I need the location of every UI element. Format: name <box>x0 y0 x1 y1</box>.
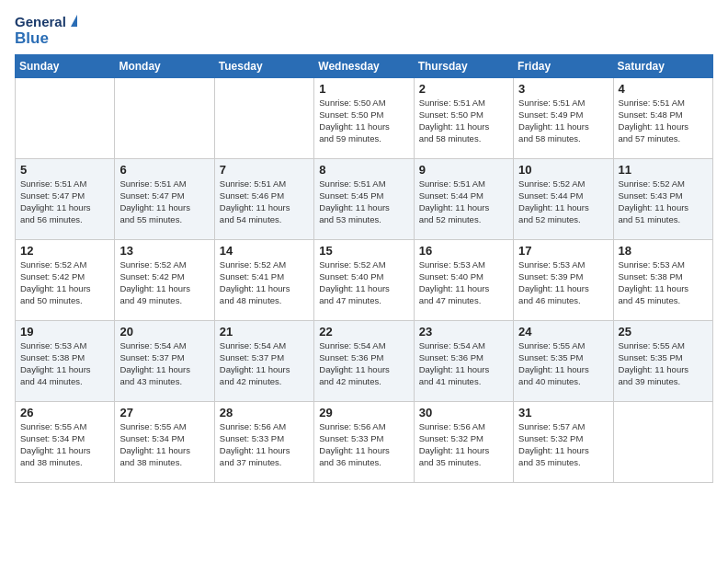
day-number: 26 <box>20 406 109 419</box>
calendar-week-2: 5Sunrise: 5:51 AM Sunset: 5:47 PM Daylig… <box>16 159 713 240</box>
weekday-header-friday: Friday <box>514 55 613 78</box>
calendar-cell: 4Sunrise: 5:51 AM Sunset: 5:48 PM Daylig… <box>613 78 712 159</box>
weekday-header-sunday: Sunday <box>16 55 115 78</box>
day-number: 2 <box>419 82 508 96</box>
calendar-cell: 11Sunrise: 5:52 AM Sunset: 5:43 PM Dayli… <box>613 159 712 240</box>
calendar-cell: 26Sunrise: 5:55 AM Sunset: 5:34 PM Dayli… <box>16 402 115 483</box>
calendar-cell: 9Sunrise: 5:51 AM Sunset: 5:44 PM Daylig… <box>414 159 513 240</box>
weekday-header-wednesday: Wednesday <box>314 55 414 78</box>
cell-info: Sunrise: 5:51 AM Sunset: 5:49 PM Dayligh… <box>518 98 608 144</box>
calendar-week-3: 12Sunrise: 5:52 AM Sunset: 5:42 PM Dayli… <box>16 240 713 321</box>
calendar-cell: 31Sunrise: 5:57 AM Sunset: 5:32 PM Dayli… <box>514 402 613 483</box>
cell-info: Sunrise: 5:55 AM Sunset: 5:34 PM Dayligh… <box>119 421 209 468</box>
cell-info: Sunrise: 5:53 AM Sunset: 5:38 PM Dayligh… <box>20 340 109 387</box>
calendar-cell: 5Sunrise: 5:51 AM Sunset: 5:47 PM Daylig… <box>16 159 115 240</box>
cell-info: Sunrise: 5:52 AM Sunset: 5:42 PM Dayligh… <box>20 259 109 306</box>
logo-blue: Blue <box>15 30 77 48</box>
calendar-cell: 24Sunrise: 5:55 AM Sunset: 5:35 PM Dayli… <box>514 321 613 402</box>
cell-info: Sunrise: 5:55 AM Sunset: 5:35 PM Dayligh… <box>518 340 608 387</box>
cell-info: Sunrise: 5:54 AM Sunset: 5:36 PM Dayligh… <box>319 340 408 387</box>
cell-info: Sunrise: 5:51 AM Sunset: 5:47 PM Dayligh… <box>20 178 109 225</box>
day-number: 13 <box>119 244 209 258</box>
day-number: 8 <box>319 163 408 177</box>
day-number: 5 <box>20 163 109 177</box>
calendar-cell: 22Sunrise: 5:54 AM Sunset: 5:36 PM Dayli… <box>314 321 414 402</box>
day-number: 11 <box>619 163 708 177</box>
cell-info: Sunrise: 5:51 AM Sunset: 5:50 PM Dayligh… <box>419 98 508 144</box>
day-number: 9 <box>419 163 508 177</box>
calendar-cell <box>16 78 115 159</box>
day-number: 1 <box>319 82 408 96</box>
cell-info: Sunrise: 5:54 AM Sunset: 5:37 PM Dayligh… <box>119 340 209 387</box>
calendar-cell: 2Sunrise: 5:51 AM Sunset: 5:50 PM Daylig… <box>414 78 513 159</box>
calendar-cell: 1Sunrise: 5:50 AM Sunset: 5:50 PM Daylig… <box>314 78 414 159</box>
calendar-cell: 21Sunrise: 5:54 AM Sunset: 5:37 PM Dayli… <box>214 321 313 402</box>
cell-info: Sunrise: 5:51 AM Sunset: 5:48 PM Dayligh… <box>619 98 708 144</box>
day-number: 23 <box>419 325 508 339</box>
cell-info: Sunrise: 5:56 AM Sunset: 5:33 PM Dayligh… <box>319 421 408 468</box>
weekday-header-saturday: Saturday <box>613 55 712 78</box>
calendar-cell <box>613 402 712 483</box>
calendar-cell: 10Sunrise: 5:52 AM Sunset: 5:44 PM Dayli… <box>514 159 613 240</box>
calendar-table: SundayMondayTuesdayWednesdayThursdayFrid… <box>15 54 713 483</box>
cell-info: Sunrise: 5:52 AM Sunset: 5:44 PM Dayligh… <box>518 178 608 225</box>
logo: General Blue <box>15 15 77 47</box>
calendar-cell: 14Sunrise: 5:52 AM Sunset: 5:41 PM Dayli… <box>214 240 313 321</box>
calendar-week-4: 19Sunrise: 5:53 AM Sunset: 5:38 PM Dayli… <box>16 321 713 402</box>
cell-info: Sunrise: 5:52 AM Sunset: 5:43 PM Dayligh… <box>619 178 708 225</box>
day-number: 18 <box>619 244 708 258</box>
day-number: 16 <box>419 244 508 258</box>
calendar-week-5: 26Sunrise: 5:55 AM Sunset: 5:34 PM Dayli… <box>16 402 713 483</box>
cell-info: Sunrise: 5:51 AM Sunset: 5:46 PM Dayligh… <box>220 178 309 225</box>
weekday-header-tuesday: Tuesday <box>214 55 313 78</box>
calendar-cell: 18Sunrise: 5:53 AM Sunset: 5:38 PM Dayli… <box>613 240 712 321</box>
calendar-cell <box>214 78 313 159</box>
cell-info: Sunrise: 5:56 AM Sunset: 5:32 PM Dayligh… <box>419 421 508 468</box>
day-number: 28 <box>220 406 309 419</box>
cell-info: Sunrise: 5:51 AM Sunset: 5:45 PM Dayligh… <box>319 178 408 225</box>
day-number: 7 <box>220 163 309 177</box>
weekday-header-row: SundayMondayTuesdayWednesdayThursdayFrid… <box>16 55 713 78</box>
calendar-cell: 29Sunrise: 5:56 AM Sunset: 5:33 PM Dayli… <box>314 402 414 483</box>
calendar-cell: 8Sunrise: 5:51 AM Sunset: 5:45 PM Daylig… <box>314 159 414 240</box>
day-number: 15 <box>319 244 408 258</box>
calendar-cell: 7Sunrise: 5:51 AM Sunset: 5:46 PM Daylig… <box>214 159 313 240</box>
day-number: 21 <box>220 325 309 339</box>
calendar-cell: 13Sunrise: 5:52 AM Sunset: 5:42 PM Dayli… <box>115 240 214 321</box>
day-number: 20 <box>119 325 209 339</box>
logo-general: General <box>15 15 77 30</box>
calendar-cell: 16Sunrise: 5:53 AM Sunset: 5:40 PM Dayli… <box>414 240 513 321</box>
day-number: 25 <box>619 325 708 339</box>
day-number: 12 <box>20 244 109 258</box>
day-number: 24 <box>518 325 608 339</box>
weekday-header-monday: Monday <box>115 55 214 78</box>
day-number: 31 <box>518 406 608 419</box>
cell-info: Sunrise: 5:55 AM Sunset: 5:35 PM Dayligh… <box>619 340 708 387</box>
day-number: 10 <box>518 163 608 177</box>
day-number: 14 <box>220 244 309 258</box>
cell-info: Sunrise: 5:52 AM Sunset: 5:41 PM Dayligh… <box>220 259 309 306</box>
day-number: 19 <box>20 325 109 339</box>
day-number: 4 <box>619 82 708 96</box>
calendar-cell <box>115 78 214 159</box>
cell-info: Sunrise: 5:53 AM Sunset: 5:39 PM Dayligh… <box>518 259 608 306</box>
calendar-cell: 6Sunrise: 5:51 AM Sunset: 5:47 PM Daylig… <box>115 159 214 240</box>
calendar-cell: 19Sunrise: 5:53 AM Sunset: 5:38 PM Dayli… <box>16 321 115 402</box>
weekday-header-thursday: Thursday <box>414 55 513 78</box>
calendar-cell: 28Sunrise: 5:56 AM Sunset: 5:33 PM Dayli… <box>214 402 313 483</box>
cell-info: Sunrise: 5:53 AM Sunset: 5:40 PM Dayligh… <box>419 259 508 306</box>
cell-info: Sunrise: 5:50 AM Sunset: 5:50 PM Dayligh… <box>319 98 408 144</box>
cell-info: Sunrise: 5:52 AM Sunset: 5:42 PM Dayligh… <box>119 259 209 306</box>
calendar-cell: 25Sunrise: 5:55 AM Sunset: 5:35 PM Dayli… <box>613 321 712 402</box>
day-number: 29 <box>319 406 408 419</box>
day-number: 22 <box>319 325 408 339</box>
day-number: 6 <box>119 163 209 177</box>
page-header: General Blue <box>15 15 713 47</box>
calendar-cell: 12Sunrise: 5:52 AM Sunset: 5:42 PM Dayli… <box>16 240 115 321</box>
cell-info: Sunrise: 5:51 AM Sunset: 5:44 PM Dayligh… <box>419 178 508 225</box>
calendar-cell: 27Sunrise: 5:55 AM Sunset: 5:34 PM Dayli… <box>115 402 214 483</box>
calendar-cell: 17Sunrise: 5:53 AM Sunset: 5:39 PM Dayli… <box>514 240 613 321</box>
calendar-week-1: 1Sunrise: 5:50 AM Sunset: 5:50 PM Daylig… <box>16 78 713 159</box>
calendar-cell: 23Sunrise: 5:54 AM Sunset: 5:36 PM Dayli… <box>414 321 513 402</box>
day-number: 27 <box>119 406 209 419</box>
